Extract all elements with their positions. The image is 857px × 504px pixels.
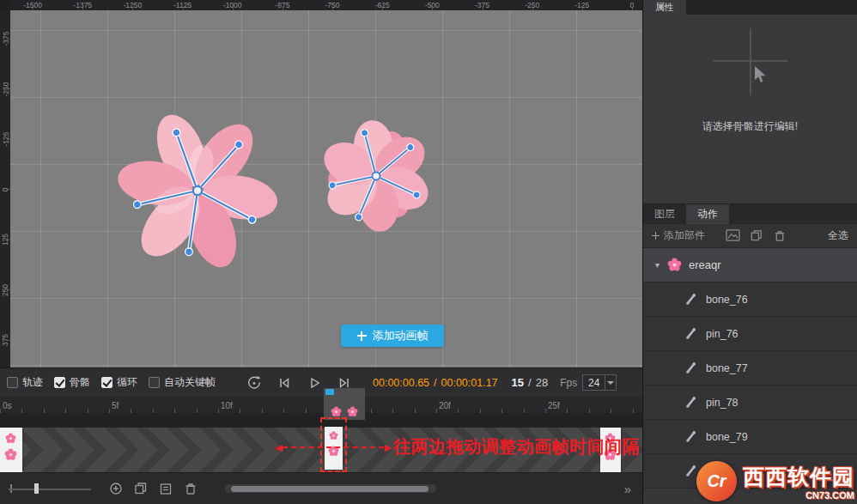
fps-control: Fps 24 bbox=[560, 374, 617, 391]
watermark-domain: CN73.COM bbox=[805, 490, 854, 501]
keyframe-block-start[interactable] bbox=[0, 428, 22, 472]
stage-canvas[interactable]: 添加动画帧 bbox=[10, 10, 642, 367]
slider-thumb[interactable] bbox=[34, 483, 39, 494]
ruler-label: -1250 bbox=[107, 0, 157, 10]
frame-preview-popup bbox=[324, 388, 365, 420]
ruler-label: 375 bbox=[0, 315, 10, 366]
ruler-corner bbox=[0, 0, 10, 10]
layers-toolbar: 添加部件 全选 bbox=[643, 224, 857, 248]
watermark-logo: Cr bbox=[696, 461, 737, 501]
checkbox[interactable] bbox=[149, 377, 160, 388]
frame-separator: / bbox=[528, 376, 532, 389]
layer-tree: bone_76 pin_76 bone_77 bbox=[643, 282, 857, 489]
layer-label: bone_76 bbox=[706, 294, 748, 306]
checkbox[interactable] bbox=[7, 377, 18, 388]
playback-toggle[interactable]: 自动关键帧 bbox=[149, 375, 216, 390]
duplicate-icon[interactable] bbox=[750, 229, 763, 242]
layer-row[interactable]: pin_78 bbox=[643, 386, 857, 420]
panel-tab[interactable]: 动作 bbox=[686, 204, 729, 224]
time-total: 00:00:01.17 bbox=[441, 377, 498, 389]
play-button[interactable] bbox=[305, 373, 324, 392]
paste-frame-icon[interactable] bbox=[159, 482, 173, 495]
scroll-right-icon[interactable]: » bbox=[624, 482, 630, 496]
time-separator: / bbox=[434, 377, 436, 389]
panel-tab[interactable]: 图层 bbox=[643, 204, 686, 224]
chevron-down-icon[interactable] bbox=[605, 375, 616, 390]
fps-dropdown[interactable]: 24 bbox=[582, 374, 617, 391]
layer-row[interactable]: bone_77 bbox=[643, 351, 857, 386]
annotation-text: 往两边拖动调整动画帧时间间隔 bbox=[393, 435, 640, 458]
frame-counter: 15 / 28 bbox=[512, 376, 549, 389]
playback-toggle[interactable]: 轨迹 bbox=[7, 375, 43, 390]
bone-icon bbox=[684, 396, 697, 409]
copy-frame-icon[interactable] bbox=[134, 482, 148, 495]
bone-icon bbox=[684, 293, 697, 306]
checkbox[interactable] bbox=[101, 377, 112, 388]
playback-toggle[interactable]: 循环 bbox=[101, 375, 137, 390]
layers-actions-tabs: 图层动作 bbox=[643, 203, 857, 224]
timeline-frame-label: 5f bbox=[109, 398, 218, 410]
layer-label: bone_77 bbox=[706, 362, 748, 374]
zoom-icon[interactable] bbox=[109, 482, 123, 495]
arrow-left-icon: ◀ bbox=[275, 443, 282, 452]
editor-left-area: -1500-1375-1250-1125-1000-875-750-625-50… bbox=[0, 0, 642, 504]
loop-restart-button[interactable] bbox=[245, 373, 264, 392]
layer-label: pin_76 bbox=[706, 328, 738, 340]
layer-label: bone_79 bbox=[706, 431, 748, 443]
bone-icon bbox=[684, 327, 697, 340]
ruler-label: -1500 bbox=[10, 0, 58, 10]
previous-frame-button[interactable] bbox=[275, 373, 294, 392]
flower-sprite-left[interactable] bbox=[112, 105, 283, 276]
add-part-label: 添加部件 bbox=[664, 228, 705, 243]
toggle-label: 自动关键帧 bbox=[164, 375, 216, 390]
arrow-right-icon: ▶ bbox=[385, 443, 392, 452]
annotation-drag-arrow: ◀ ▶ bbox=[275, 441, 392, 453]
playback-toggle[interactable]: 骨骼 bbox=[54, 375, 90, 390]
add-animation-frame-button[interactable]: 添加动画帧 bbox=[341, 325, 444, 347]
ruler-label: -250 bbox=[0, 64, 10, 115]
layer-row[interactable]: bone_76 bbox=[643, 282, 857, 317]
timeline-frame-label: 10f bbox=[218, 398, 327, 410]
ruler-label: -250 bbox=[508, 0, 557, 10]
scrollbar-thumb[interactable] bbox=[231, 486, 428, 492]
ruler-label: -875 bbox=[258, 0, 307, 10]
layer-group-root[interactable]: ▾ ereaqr bbox=[643, 248, 857, 282]
select-bone-hint: 请选择骨骼进行编辑! bbox=[643, 119, 857, 134]
ruler-label: -625 bbox=[357, 0, 407, 10]
ruler-label: -750 bbox=[307, 0, 357, 10]
timeline-scrollbar[interactable] bbox=[225, 484, 436, 493]
layer-row[interactable]: bone_79 bbox=[643, 420, 857, 454]
plus-icon bbox=[652, 232, 659, 240]
delete-frame-icon[interactable] bbox=[184, 482, 198, 495]
add-frame-label: 添加动画帧 bbox=[373, 328, 428, 343]
ruler-label: -1125 bbox=[157, 0, 207, 10]
group-label: ereaqr bbox=[689, 258, 721, 271]
select-all-button[interactable]: 全选 bbox=[828, 228, 848, 243]
ruler-label: 250 bbox=[0, 265, 10, 316]
tab-properties[interactable]: 属性 bbox=[643, 0, 686, 15]
layer-label: pin_78 bbox=[706, 397, 738, 409]
playback-bar: 轨迹 骨骼 循环 自动关键帧 bbox=[0, 367, 642, 397]
ruler-label: 0 bbox=[607, 0, 642, 10]
timeline-ruler[interactable]: 0s5f10f15f20f25f bbox=[0, 397, 642, 413]
vertical-ruler: -375-250-1250125250375 bbox=[0, 10, 10, 367]
animation-editor-window: -1500-1375-1250-1125-1000-875-750-625-50… bbox=[0, 0, 857, 504]
timeline-zoom-slider[interactable] bbox=[9, 483, 91, 495]
timeline-frame-label: 25f bbox=[545, 398, 642, 410]
flower-sprite-right[interactable] bbox=[312, 112, 441, 240]
image-icon[interactable] bbox=[726, 229, 740, 242]
bone-icon bbox=[684, 361, 697, 374]
trash-icon[interactable] bbox=[773, 229, 787, 242]
caret-down-icon[interactable]: ▾ bbox=[655, 260, 659, 270]
ruler-label: 125 bbox=[0, 215, 10, 265]
timeline-status-bar: » bbox=[0, 472, 642, 504]
layer-row[interactable]: pin_76 bbox=[643, 317, 857, 351]
ruler-label: -500 bbox=[407, 0, 457, 10]
toggle-label: 循环 bbox=[117, 375, 137, 390]
watermark: Cr 西西软件园 CN73.COM bbox=[696, 461, 854, 501]
checkbox[interactable] bbox=[54, 377, 65, 388]
toggle-label: 骨骼 bbox=[70, 375, 90, 390]
add-part-button[interactable]: 添加部件 bbox=[652, 228, 705, 243]
playhead-marker[interactable] bbox=[325, 389, 334, 395]
move-crosshair-icon bbox=[703, 28, 798, 102]
